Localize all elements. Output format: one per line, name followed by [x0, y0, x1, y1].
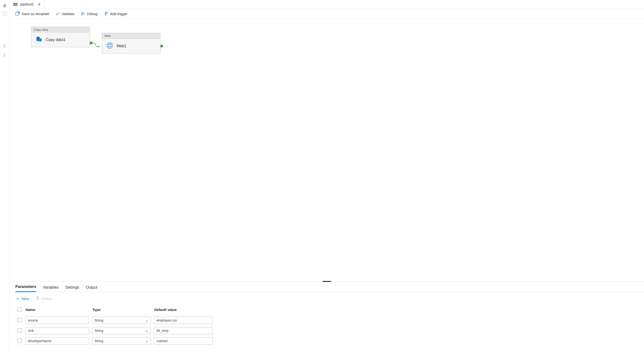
svg-rect-0	[16, 13, 18, 15]
debug-button[interactable]: Debug	[81, 12, 98, 16]
tab-parameters[interactable]: Parameters	[15, 282, 36, 292]
separator	[32, 296, 32, 301]
play-icon	[81, 12, 85, 16]
save-template-icon	[15, 12, 20, 16]
unsaved-dot-icon	[38, 3, 40, 5]
new-label: New	[22, 297, 29, 301]
save-as-template-button[interactable]: Save as template	[15, 12, 49, 16]
globe-icon	[106, 42, 113, 50]
delete-parameter-button[interactable]: Delete	[36, 296, 52, 301]
canvas[interactable]: Copy data Copy data1 Web	[10, 19, 644, 281]
table-row: ⌄	[15, 326, 214, 336]
checkmark-icon	[56, 12, 60, 16]
node-web[interactable]: Web Web1	[102, 33, 160, 54]
panel-tabs: Parameters Variables Settings Output	[10, 282, 644, 292]
param-name-input[interactable]	[25, 337, 89, 344]
node-output-connector[interactable]	[90, 42, 92, 44]
bottom-panel: Parameters Variables Settings Output ＋ N…	[10, 281, 644, 352]
tabbar: pipeline5	[10, 0, 644, 9]
add-trigger-button[interactable]: Add trigger	[104, 12, 128, 16]
trash-icon	[36, 296, 40, 301]
collapse-panel-button[interactable]	[2, 3, 8, 9]
tab-output[interactable]: Output	[86, 283, 98, 292]
table-row: ⌄	[15, 315, 214, 326]
row-checkbox[interactable]	[18, 328, 22, 332]
left-rail	[0, 0, 10, 352]
validate-label: Validate	[62, 12, 74, 16]
save-as-template-label: Save as template	[22, 12, 49, 16]
node-output-connector[interactable]	[160, 45, 163, 47]
param-default-input[interactable]	[154, 337, 213, 344]
node-name-label: Copy data1	[46, 38, 66, 42]
param-name-input[interactable]	[25, 317, 89, 324]
database-icon	[36, 36, 42, 44]
tab-pipeline5[interactable]: pipeline5	[10, 0, 44, 9]
param-default-input[interactable]	[154, 317, 213, 324]
tab-settings[interactable]: Settings	[66, 283, 79, 292]
rail-placeholder	[3, 12, 7, 15]
chevron-down-icon: ⌄	[145, 318, 148, 322]
node-name-label: Web1	[116, 44, 126, 48]
trigger-icon	[104, 12, 108, 16]
col-name: Name	[24, 305, 90, 315]
delete-label: Delete	[42, 297, 52, 301]
node-type-label: Copy data	[32, 27, 90, 33]
select-all-checkbox[interactable]	[18, 307, 22, 311]
node-type-label: Web	[102, 33, 160, 39]
validate-button[interactable]: Validate	[56, 12, 74, 16]
svg-point-3	[107, 43, 112, 49]
param-type-select[interactable]	[92, 327, 151, 334]
parameters-grid: Name Type Default value ⌄	[10, 305, 644, 352]
row-checkbox[interactable]	[18, 318, 22, 322]
add-trigger-label: Add trigger	[110, 12, 128, 16]
chevron-down-icon: ⌄	[145, 328, 148, 333]
tab-variables[interactable]: Variables	[43, 283, 59, 292]
panel-grip-1[interactable]	[4, 44, 6, 48]
toolbar: Save as template Validate Debug Add trig…	[10, 9, 644, 19]
new-parameter-button[interactable]: ＋ New	[15, 296, 29, 301]
chevron-double-left-icon	[3, 4, 7, 8]
chevron-down-icon: ⌄	[145, 339, 148, 343]
debug-label: Debug	[87, 12, 98, 16]
parameter-actions: ＋ New Delete	[10, 292, 644, 305]
panel-grip-2[interactable]	[4, 53, 6, 57]
row-checkbox[interactable]	[18, 338, 22, 343]
table-row: ⌄	[15, 336, 214, 346]
col-type: Type	[90, 305, 152, 315]
connector-arrow	[92, 41, 102, 49]
tab-title: pipeline5	[20, 3, 34, 6]
panel-resize-handle[interactable]	[322, 281, 331, 282]
pipeline-icon	[13, 3, 18, 6]
param-type-select[interactable]	[92, 337, 151, 344]
param-name-input[interactable]	[25, 327, 89, 334]
node-copy-data[interactable]: Copy data Copy data1	[31, 27, 90, 47]
main-area: pipeline5 Save as template Validate	[10, 0, 644, 352]
param-default-input[interactable]	[154, 327, 213, 334]
param-type-select[interactable]	[92, 317, 151, 324]
svg-point-4	[108, 43, 111, 49]
plus-icon: ＋	[15, 296, 20, 301]
col-default: Default value	[152, 305, 214, 315]
